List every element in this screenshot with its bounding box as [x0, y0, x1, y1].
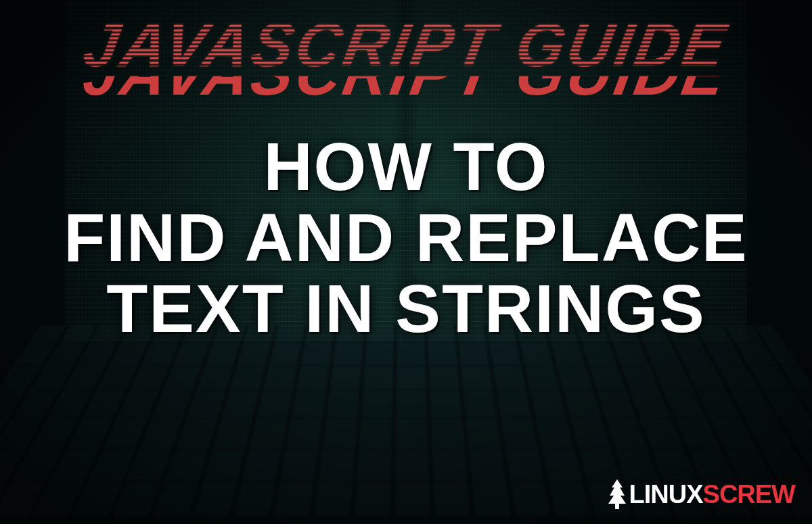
logo-wordmark: LINUXSCREW — [629, 481, 795, 507]
title-line-2: FIND AND REPLACE — [64, 202, 748, 273]
logo-text-primary: LINUX — [629, 480, 703, 508]
title-line-1: HOW TO — [64, 131, 748, 202]
tree-icon — [606, 478, 628, 510]
article-title: HOW TO FIND AND REPLACE TEXT IN STRINGS — [64, 131, 748, 344]
site-logo: LINUXSCREW — [606, 478, 795, 510]
svg-rect-0 — [615, 504, 619, 509]
category-overline-wrapper: JAVASCRIPT GUIDE JAVASCRIPT GUIDE — [85, 10, 727, 104]
logo-text-accent: SCREW — [703, 480, 795, 508]
category-overline-stripes: JAVASCRIPT GUIDE — [79, 14, 733, 76]
hero-banner: JAVASCRIPT GUIDE JAVASCRIPT GUIDE HOW TO… — [0, 0, 812, 524]
title-line-3: TEXT IN STRINGS — [64, 273, 748, 344]
